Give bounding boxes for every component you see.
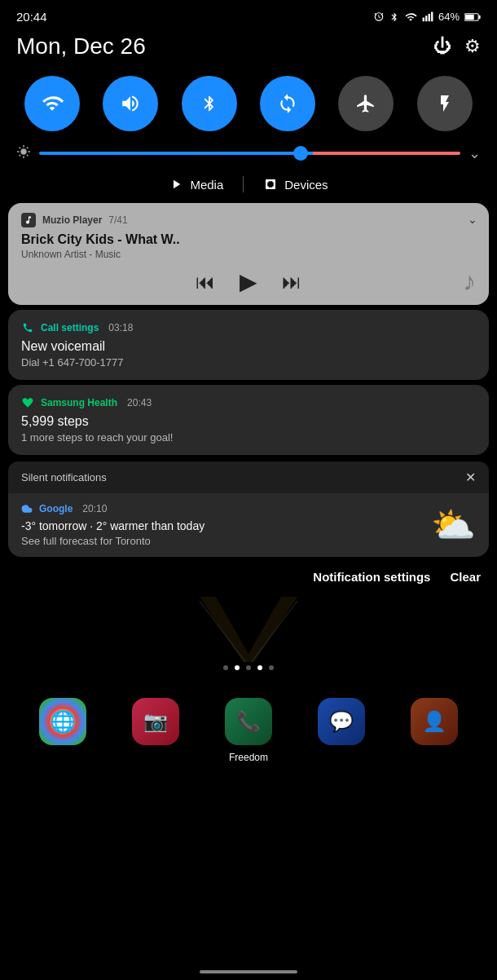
date-action-icons: ⏻ ⚙ <box>433 36 481 57</box>
silent-label: Silent notifications <box>21 471 107 483</box>
power-icon[interactable]: ⏻ <box>433 36 451 57</box>
health-header: Samsung Health 20:43 <box>21 396 476 409</box>
weather-body: See full forecast for Toronto <box>21 535 205 547</box>
svg-marker-11 <box>200 597 297 662</box>
nav-bar <box>200 970 297 973</box>
play-button[interactable]: ▶ <box>240 268 257 295</box>
home-area: 🌐 📷 📞 💬 👤 Freedom <box>0 597 497 760</box>
dot-2 <box>235 665 240 670</box>
svg-point-8 <box>273 181 275 183</box>
alarm-icon <box>373 11 385 23</box>
dock-phone[interactable]: 📞 <box>225 698 272 745</box>
wifi-icon <box>404 11 417 23</box>
health-card[interactable]: Samsung Health 20:43 5,999 steps 1 more … <box>8 385 489 455</box>
weather-title: -3° tomorrow · 2° warmer than today <box>21 519 205 532</box>
bt-icon <box>389 11 399 23</box>
weather-left: Google 20:10 -3° tomorrow · 2° warmer th… <box>21 503 205 547</box>
contacts-icon: 👤 <box>411 698 458 745</box>
battery-text: 64% <box>438 11 460 23</box>
voicemail-app-name: Call settings <box>41 322 99 333</box>
weather-app-name: Google <box>39 503 73 514</box>
freedom-label: Freedom <box>229 752 268 763</box>
brightness-thumb[interactable] <box>293 146 308 161</box>
music-title: Brick City Kids - What W.. <box>21 232 476 247</box>
wallpaper-watermark <box>167 597 330 662</box>
camera-icon: 📷 <box>132 698 179 745</box>
media-devices-bar: Media Devices <box>0 169 497 203</box>
call-settings-icon <box>21 321 34 334</box>
dot-1 <box>223 665 228 670</box>
next-button[interactable]: ⏭ <box>282 271 301 294</box>
signal-icon <box>422 11 433 23</box>
weather-header: Google 20:10 <box>21 503 205 514</box>
health-time: 20:43 <box>127 397 152 408</box>
health-title: 5,999 steps <box>21 414 476 429</box>
toggle-sync[interactable] <box>260 76 315 131</box>
music-card-header: Muzio Player 7/41 <box>21 213 476 227</box>
date-text: Mon, Dec 26 <box>16 33 146 60</box>
music-subtitle: Unknown Artist - Music <box>21 249 476 260</box>
health-body: 1 more steps to reach your goal! <box>21 431 476 444</box>
brightness-icon <box>16 144 31 162</box>
toggle-sound[interactable] <box>103 76 158 131</box>
battery-icon <box>464 12 481 22</box>
app-dock: 🌐 📷 📞 💬 👤 <box>0 686 497 745</box>
svg-rect-3 <box>431 11 433 21</box>
music-controls: ⏮ ▶ ⏭ ♪ <box>21 268 476 295</box>
messages-icon: 💬 <box>318 698 365 745</box>
clear-button[interactable]: Clear <box>450 570 481 584</box>
notification-panel: Muzio Player 7/41 ⌄ Brick City Kids - Wh… <box>8 203 489 455</box>
status-icons: 64% <box>373 11 481 23</box>
dot-3 <box>246 665 251 670</box>
silent-close-button[interactable]: ✕ <box>465 470 476 485</box>
dot-5 <box>269 665 274 670</box>
muzio-icon <box>21 213 36 227</box>
chrome-icon: 🌐 <box>39 698 86 745</box>
date-row: Mon, Dec 26 ⏻ ⚙ <box>0 30 497 69</box>
brightness-row: ⌄ <box>0 138 497 169</box>
prev-button[interactable]: ⏮ <box>196 271 215 294</box>
toggle-airplane[interactable] <box>338 76 394 131</box>
music-note-icon: ♪ <box>463 267 476 297</box>
voicemail-time: 03:18 <box>108 322 133 333</box>
samsung-health-icon <box>21 396 34 409</box>
phone-icon: 📞 <box>225 698 272 745</box>
svg-rect-0 <box>423 17 424 21</box>
weather-icon: ⛅ <box>431 507 476 543</box>
dot-4 <box>257 665 262 670</box>
health-app-name: Samsung Health <box>41 397 117 408</box>
music-card[interactable]: Muzio Player 7/41 ⌄ Brick City Kids - Wh… <box>8 203 489 305</box>
svg-rect-6 <box>465 14 474 19</box>
voicemail-title: New voicemail <box>21 339 476 354</box>
media-divider <box>243 176 244 192</box>
dock-camera[interactable]: 📷 <box>132 698 179 745</box>
svg-point-7 <box>267 181 269 183</box>
settings-icon[interactable]: ⚙ <box>464 36 481 57</box>
media-label: Media <box>190 178 223 192</box>
toggle-flashlight[interactable] <box>417 76 473 131</box>
page-dots <box>223 665 274 670</box>
voicemail-card[interactable]: Call settings 03:18 New voicemail Dial +… <box>8 310 489 380</box>
dock-chrome[interactable]: 🌐 <box>39 698 86 745</box>
toggle-wifi[interactable] <box>24 76 80 131</box>
dock-messages[interactable]: 💬 <box>318 698 365 745</box>
devices-label: Devices <box>284 178 328 192</box>
silent-bar: Silent notifications ✕ <box>8 461 489 493</box>
brightness-expand-icon[interactable]: ⌄ <box>468 144 481 162</box>
weather-time: 20:10 <box>82 503 107 514</box>
voicemail-header: Call settings 03:18 <box>21 321 476 334</box>
status-bar: 20:44 64% <box>0 0 497 30</box>
devices-button[interactable]: Devices <box>247 174 344 195</box>
music-track-info: 7/41 <box>108 214 127 226</box>
time: 20:44 <box>16 10 47 24</box>
toggle-bluetooth[interactable] <box>182 76 237 131</box>
weather-card[interactable]: Google 20:10 -3° tomorrow · 2° warmer th… <box>8 493 489 557</box>
svg-rect-2 <box>429 13 430 20</box>
dock-contacts[interactable]: 👤 <box>411 698 458 745</box>
brightness-slider[interactable] <box>39 152 460 155</box>
svg-rect-5 <box>479 15 481 18</box>
svg-point-9 <box>267 186 269 188</box>
music-collapse-icon[interactable]: ⌄ <box>468 213 477 226</box>
notification-settings-button[interactable]: Notification settings <box>313 570 430 584</box>
media-button[interactable]: Media <box>152 174 240 195</box>
